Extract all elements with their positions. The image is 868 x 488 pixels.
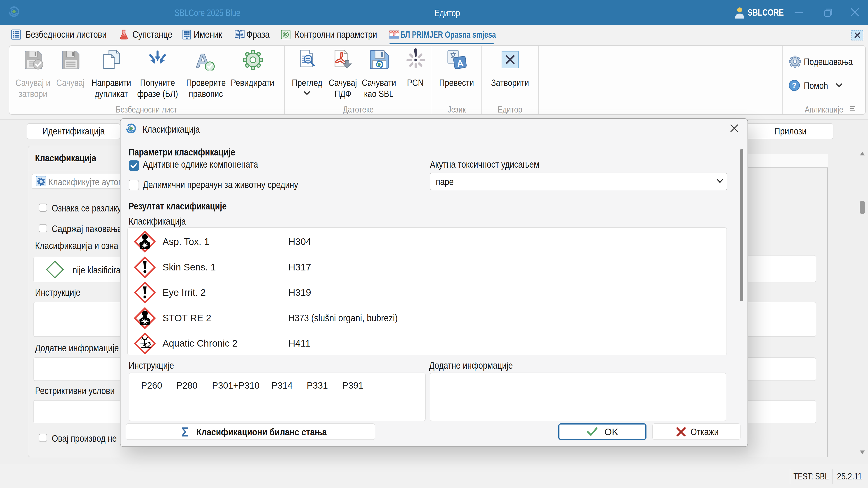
svg-text:?: ?: [792, 81, 797, 90]
svg-text:A: A: [456, 58, 464, 69]
